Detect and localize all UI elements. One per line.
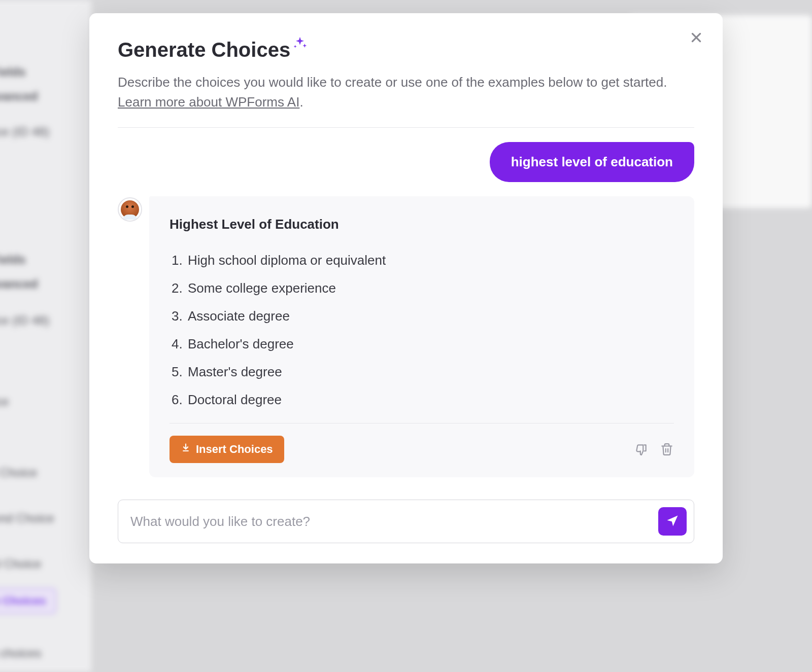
insert-choices-button[interactable]: Insert Choices xyxy=(170,436,284,463)
close-icon[interactable] xyxy=(685,26,707,49)
insert-choices-label: Insert Choices xyxy=(196,443,273,456)
user-message-row: highest level of education xyxy=(118,142,694,182)
ai-response-row: Highest Level of Education High school d… xyxy=(118,196,694,477)
ai-feedback-icons xyxy=(634,442,674,456)
modal-overlay: Generate Choices Describe the choices yo… xyxy=(0,0,812,672)
list-item: High school diploma or equivalent xyxy=(170,246,674,274)
user-message-bubble: highest level of education xyxy=(490,142,694,182)
composer xyxy=(118,500,694,543)
learn-more-link[interactable]: Learn more about WPForms AI xyxy=(118,94,299,110)
ai-choices-list: High school diploma or equivalentSome co… xyxy=(170,246,674,414)
header-divider xyxy=(118,127,694,128)
ai-response-title: Highest Level of Education xyxy=(170,217,674,232)
modal-subtitle: Describe the choices you would like to c… xyxy=(118,73,694,112)
download-icon xyxy=(181,443,191,456)
svg-rect-2 xyxy=(183,450,189,451)
modal-title: Generate Choices xyxy=(118,39,290,61)
ai-response-card: Highest Level of Education High school d… xyxy=(149,196,694,477)
thumbs-down-icon[interactable] xyxy=(634,442,649,456)
list-item: Bachelor's degree xyxy=(170,330,674,358)
list-item: Some college experience xyxy=(170,274,674,302)
list-item: Doctoral degree xyxy=(170,386,674,414)
send-button[interactable] xyxy=(658,507,687,536)
sparkle-icon xyxy=(292,36,308,54)
generate-choices-modal: Generate Choices Describe the choices yo… xyxy=(89,13,723,563)
composer-input[interactable] xyxy=(130,514,651,529)
send-icon xyxy=(665,514,680,529)
ai-actions-row: Insert Choices xyxy=(170,436,674,463)
ai-avatar xyxy=(118,197,142,222)
list-item: Associate degree xyxy=(170,302,674,330)
trash-icon[interactable] xyxy=(660,442,674,456)
ai-divider xyxy=(170,423,674,423)
modal-header: Generate Choices Describe the choices yo… xyxy=(118,39,694,112)
list-item: Master's degree xyxy=(170,358,674,386)
